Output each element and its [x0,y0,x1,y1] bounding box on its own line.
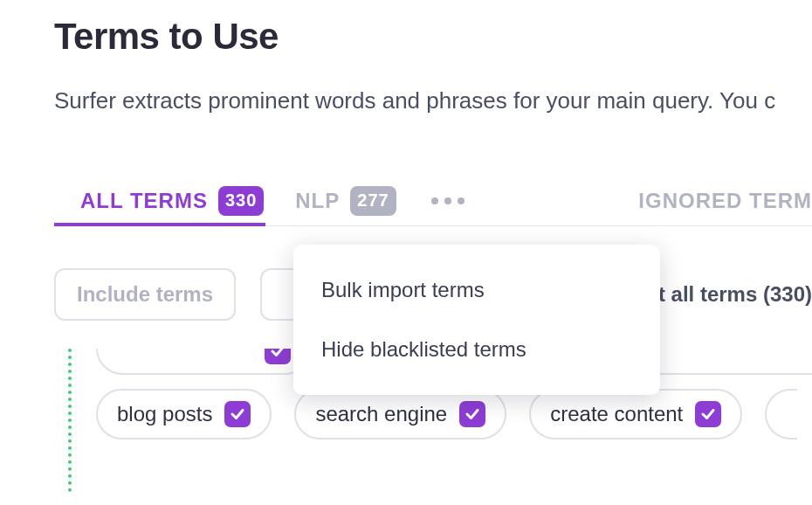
term-chip[interactable]: blog posts [96,389,272,439]
tab-nlp-count-badge: 277 [350,186,396,216]
check-icon [695,401,721,427]
tab-nlp-label: NLP [295,189,340,213]
term-chip-label: blog posts [117,402,212,426]
term-chip-label: create content [550,402,683,426]
term-chip[interactable]: search engine [294,389,506,439]
dropdown-item-hide-blacklisted[interactable]: Hide blacklisted terms [293,320,660,379]
chip-row: blog posts search engine create content [54,389,812,439]
term-chip[interactable]: create content [529,389,742,439]
check-icon [265,349,291,364]
term-chip-label: search engine [315,402,447,426]
tab-bar: ALL TERMS 330 NLP 277 IGNORED TERM [54,176,812,226]
page-title: Terms to Use [54,0,812,58]
tab-ignored-terms[interactable]: IGNORED TERM [638,176,812,225]
term-chip-label [786,402,792,426]
tab-nlp[interactable]: NLP 277 [295,176,396,225]
check-icon [224,401,251,427]
term-chip[interactable] [765,389,797,439]
tab-ignored-label: IGNORED TERM [638,189,812,213]
term-chip[interactable]: quality content [96,349,312,375]
include-terms-button[interactable]: Include terms [54,268,236,321]
tab-all-terms-count-badge: 330 [218,186,264,216]
score-guide-line [68,349,72,492]
more-icon[interactable] [428,189,468,213]
dropdown-item-bulk-import[interactable]: Bulk import terms [293,260,660,320]
page-subtitle: Surfer extracts prominent words and phra… [54,87,812,114]
more-dropdown: Bulk import terms Hide blacklisted terms [293,245,660,395]
tab-all-terms-label: ALL TERMS [80,189,208,213]
check-icon [459,401,485,427]
tab-all-terms[interactable]: ALL TERMS 330 [54,176,264,225]
select-all-terms[interactable]: t all terms (330) [658,282,812,307]
